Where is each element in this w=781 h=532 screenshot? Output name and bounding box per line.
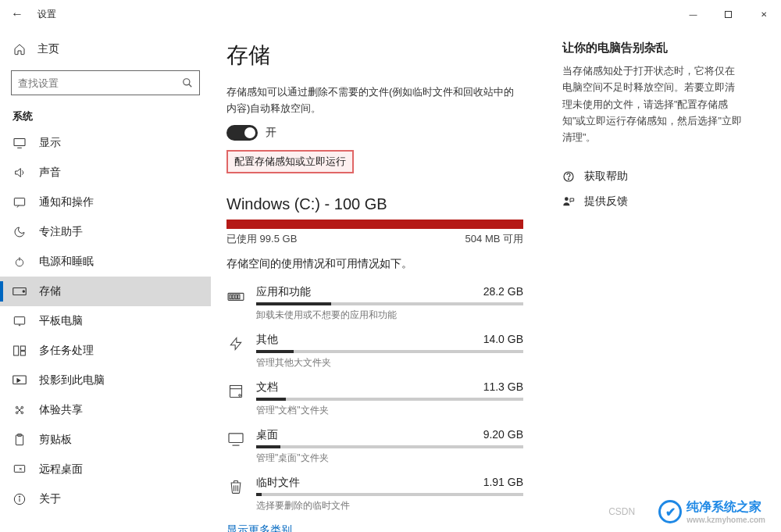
category-bar [256,302,523,305]
sidebar-item-focus[interactable]: 专注助手 [0,217,211,247]
category-sub: 卸载未使用或不想要的应用和功能 [256,309,523,322]
category-size: 11.3 GB [483,380,523,395]
drive-title: Windows (C:) - 100 GB [226,195,523,213]
sidebar-item-label: 剪贴板 [39,433,72,447]
help-label: 获取帮助 [584,170,628,184]
tip-heading: 让你的电脑告别杂乱 [562,41,742,55]
category-icon [226,334,245,353]
category-size: 28.2 GB [483,285,523,299]
sidebar-item-notifications[interactable]: 通知和操作 [0,187,211,217]
clipboard-icon [12,434,27,446]
sidebar-item-storage[interactable]: 存储 [0,277,211,306]
free-label: 504 MB 可用 [465,232,523,246]
sidebar-item-label: 体验共享 [39,403,83,417]
storage-sense-toggle[interactable] [226,125,258,141]
info-icon [12,493,27,505]
sidebar-item-label: 电源和睡眠 [39,255,94,269]
category-icon [226,382,245,401]
page-title: 存储 [226,41,523,70]
notifications-icon [12,197,27,208]
back-icon[interactable]: ← [11,7,23,21]
shared-icon [12,404,27,416]
svg-rect-27 [233,295,234,298]
get-help-link[interactable]: 获取帮助 [562,170,742,184]
multitask-icon [12,345,27,356]
feedback-link[interactable]: 提供反馈 [562,195,742,209]
sidebar-item-shared[interactable]: 体验共享 [0,395,211,425]
svg-rect-19 [16,435,23,445]
svg-rect-4 [14,198,24,205]
sidebar-item-label: 关于 [39,492,61,506]
category-sub: 管理"桌面"文件夹 [256,452,523,465]
category-sub: 选择要删除的临时文件 [256,499,523,512]
storage-category-row[interactable]: 其他14.0 GB管理其他大文件夹 [226,327,523,370]
sidebar-item-project[interactable]: 投影到此电脑 [0,366,211,395]
svg-rect-21 [14,466,24,473]
category-icon [226,430,245,448]
show-more-link[interactable]: 显示更多类别 [226,523,523,532]
display-icon [12,137,27,148]
sidebar-item-clipboard[interactable]: 剪贴板 [0,425,211,455]
sidebar-item-tablet[interactable]: 平板电脑 [0,306,211,336]
category-icon [226,287,245,305]
sidebar: 主页 系统 显示 声音 通知和操作 专注助手 [0,28,211,532]
category-sub: 管理"文档"文件夹 [256,404,523,417]
svg-point-16 [21,406,23,409]
home-link[interactable]: 主页 [0,36,211,62]
storage-category-row[interactable]: 文档11.3 GB管理"文档"文件夹 [226,374,523,417]
category-sub: 管理其他大文件夹 [256,356,523,370]
sidebar-item-label: 声音 [39,166,61,180]
category-name: 文档 [256,380,278,395]
titlebar: ← 设置 — ✕ [0,0,781,28]
svg-rect-28 [235,295,237,298]
watermark-logo: ✔ 纯净系统之家 www.kzmyhome.com [658,499,765,524]
category-name: 应用和功能 [256,285,311,299]
svg-point-15 [16,406,18,409]
sidebar-item-power[interactable]: 电源和睡眠 [0,247,211,277]
category-size: 14.0 GB [483,333,523,347]
svg-rect-9 [14,317,24,324]
sidebar-category: 系统 [0,109,211,128]
storage-sense-desc: 存储感知可以通过删除不需要的文件(例如临时文件和回收站中的内容)自动释放空间。 [226,84,523,117]
project-icon [12,375,27,386]
storage-category-row[interactable]: 应用和功能28.2 GB卸载未使用或不想要的应用和功能 [226,279,523,322]
sidebar-item-label: 通知和操作 [39,195,94,209]
watermark-brand: 纯净系统之家 [686,499,765,516]
svg-rect-13 [20,352,25,355]
sidebar-item-label: 显示 [39,136,61,150]
category-bar [256,398,523,401]
storage-category-row[interactable]: 桌面9.20 GB管理"桌面"文件夹 [226,422,523,465]
maximize-button[interactable] [711,2,746,26]
watermark-circle-icon: ✔ [658,500,682,523]
category-icon [226,477,245,496]
svg-point-39 [568,179,569,180]
sidebar-item-sound[interactable]: 声音 [0,158,211,187]
sidebar-item-about[interactable]: 关于 [0,484,211,514]
sidebar-item-label: 多任务处理 [39,344,94,358]
power-icon [12,255,27,268]
sidebar-item-label: 专注助手 [39,225,83,239]
svg-point-24 [19,496,20,497]
svg-point-10 [19,325,20,326]
storage-category-row[interactable]: 临时文件1.91 GB选择要删除的临时文件 [226,470,523,512]
close-button[interactable]: ✕ [746,2,781,26]
search-input-wrap[interactable] [11,70,200,95]
storage-icon [12,287,27,296]
sidebar-item-multitask[interactable]: 多任务处理 [0,336,211,366]
svg-line-1 [189,84,192,87]
search-input[interactable] [18,77,182,89]
category-name: 临时文件 [256,476,300,490]
sidebar-item-display[interactable]: 显示 [0,128,211,158]
main-content: 存储 存储感知可以通过删除不需要的文件(例如临时文件和回收站中的内容)自动释放空… [211,28,781,532]
sidebar-item-remote[interactable]: 远程桌面 [0,455,211,484]
help-icon [562,170,575,183]
sidebar-item-label: 远程桌面 [39,462,83,477]
svg-point-18 [21,412,23,414]
configure-storage-sense-link[interactable]: 配置存储感知或立即运行 [226,150,354,173]
category-name: 其他 [256,333,278,347]
usage-desc: 存储空间的使用情况和可用情况如下。 [226,257,523,271]
focus-icon [12,226,27,238]
watermark-url: www.kzmyhome.com [686,516,765,524]
minimize-button[interactable]: — [676,2,711,26]
home-label: 主页 [37,42,59,56]
